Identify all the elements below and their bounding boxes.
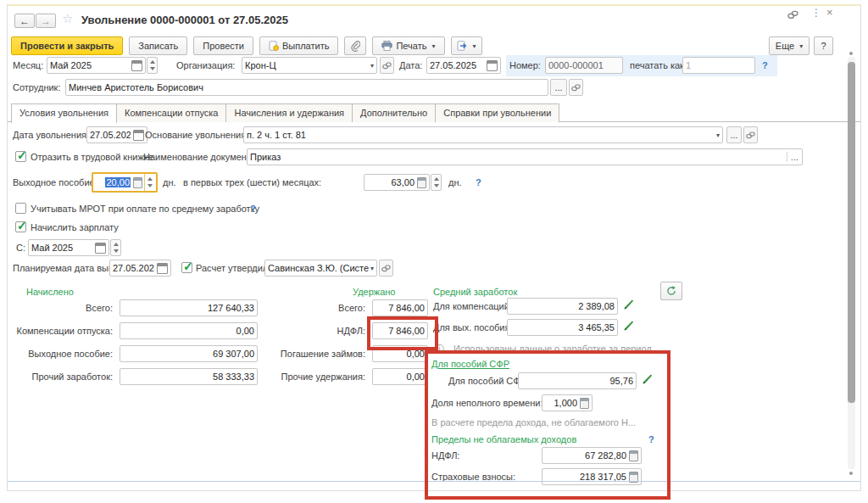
- mrot-help-link[interactable]: ?: [250, 200, 256, 217]
- dismissal-reason-combo[interactable]: п. 2 ч. 1 ст. 81 ▾: [243, 126, 723, 143]
- avg-severance-input[interactable]: 3 465,35: [507, 319, 618, 336]
- month-input[interactable]: Май 2025: [47, 57, 146, 74]
- from-month-input[interactable]: Май 2025: [28, 239, 109, 256]
- post-and-close-button[interactable]: Провести и закрыть: [11, 36, 123, 55]
- chevron-down-icon[interactable]: ▾: [370, 62, 374, 70]
- employee-input[interactable]: Минчев Аристотель Борисович: [65, 79, 548, 96]
- approver-open-link-button[interactable]: [379, 260, 393, 277]
- link-icon: [381, 264, 391, 273]
- post-button[interactable]: Провести: [193, 36, 253, 55]
- tab-dismissal-conditions[interactable]: Условия увольнения: [11, 103, 117, 123]
- calendar-icon[interactable]: [157, 263, 168, 274]
- date-input[interactable]: 27.05.2025: [426, 57, 501, 74]
- calculator-icon[interactable]: [580, 398, 589, 409]
- severance-days-stepper[interactable]: [144, 174, 154, 191]
- scroll-down-arrow[interactable]: [849, 472, 853, 475]
- ellipsis-icon: ...: [730, 130, 737, 140]
- withheld-loans-input[interactable]: 0,00: [372, 345, 428, 362]
- severance-days-value: 20,00: [105, 177, 131, 187]
- calendar-icon[interactable]: [95, 243, 106, 254]
- doc-name-choose-button[interactable]: ...: [787, 152, 802, 162]
- limit-ndfl-input[interactable]: 67 282,80: [542, 447, 642, 464]
- sfr-group-link[interactable]: Для пособий СФР: [431, 355, 509, 372]
- reason-open-link-button[interactable]: [743, 126, 758, 143]
- planned-date-input[interactable]: 27.05.2025: [109, 260, 171, 277]
- withheld-ndfl-input[interactable]: 7 846,00: [372, 322, 428, 339]
- more-button[interactable]: Еще ▾: [769, 36, 810, 55]
- refresh-button[interactable]: [660, 282, 682, 300]
- accrued-total-input[interactable]: 127 640,33: [120, 299, 258, 316]
- organization-combo[interactable]: Крон-Ц ▾: [242, 57, 377, 74]
- accrued-total-value: 127 640,33: [123, 303, 254, 313]
- accrued-other-input[interactable]: 58 333,33: [120, 368, 258, 385]
- tab-dismissal-certificates[interactable]: Справки при увольнении: [435, 103, 559, 122]
- insurance-input[interactable]: 218 317,05: [542, 468, 642, 485]
- chevron-down-icon[interactable]: ▾: [370, 265, 374, 272]
- mrot-checkbox[interactable]: [15, 203, 26, 214]
- organization-open-link-button[interactable]: [380, 57, 394, 74]
- earnings-period-info[interactable]: Использованы данные о заработке за перио…: [453, 340, 659, 357]
- record-in-workbook-checkbox[interactable]: [15, 151, 26, 162]
- back-button[interactable]: ←: [14, 14, 35, 28]
- first-months-stepper[interactable]: [431, 174, 442, 191]
- attachments-button[interactable]: [344, 36, 366, 55]
- withheld-other-input[interactable]: 0,00: [372, 368, 428, 385]
- tab-additional[interactable]: Дополнительно: [352, 103, 436, 122]
- forward-arrow-icon: →: [41, 15, 51, 27]
- approver-combo[interactable]: Савинская З.Ю. (Системный про ▾: [264, 260, 377, 277]
- write-button[interactable]: Записать: [129, 36, 187, 55]
- employee-open-link-button[interactable]: [569, 79, 583, 96]
- accrued-severance-input[interactable]: 69 307,00: [120, 345, 258, 362]
- number-input[interactable]: 0000-000001: [545, 57, 623, 74]
- calculator-icon[interactable]: [133, 177, 142, 188]
- doc-name-input[interactable]: Приказ ...: [247, 148, 803, 165]
- severance-help-link[interactable]: ?: [476, 174, 481, 191]
- avg-compensation-input[interactable]: 2 389,08: [507, 298, 618, 315]
- forward-button[interactable]: →: [36, 14, 56, 28]
- accrued-row-label: Выходное пособие:: [8, 345, 116, 362]
- reason-choose-button[interactable]: ...: [726, 126, 742, 143]
- export-button[interactable]: ▾: [451, 36, 482, 55]
- days-unit-label: дн.: [163, 174, 176, 191]
- month-stepper[interactable]: [147, 57, 158, 74]
- print-as-help-link[interactable]: ?: [762, 57, 768, 74]
- calendar-icon[interactable]: [131, 60, 142, 71]
- print-button[interactable]: Печать ▾: [372, 36, 444, 55]
- pay-label: Выплатить: [282, 41, 329, 51]
- chevron-down-icon[interactable]: ▾: [716, 131, 720, 139]
- pencil-icon[interactable]: [642, 374, 653, 385]
- help-button[interactable]: ?: [814, 36, 833, 55]
- sfr-benefits-input[interactable]: 95,76: [518, 372, 637, 389]
- calculator-icon[interactable]: [417, 177, 426, 188]
- from-month-stepper[interactable]: [110, 239, 121, 256]
- scrollbar-thumb[interactable]: [848, 62, 855, 403]
- from-month-value: Май 2025: [31, 243, 92, 253]
- favorite-star-icon[interactable]: ☆: [62, 11, 73, 26]
- limits-help-link[interactable]: ?: [648, 431, 654, 448]
- print-as-input[interactable]: 1: [682, 57, 755, 74]
- part-time-share-input[interactable]: 1,000: [542, 394, 593, 411]
- severance-days-input[interactable]: 20,00: [92, 172, 158, 193]
- accrue-salary-checkbox[interactable]: [15, 221, 26, 232]
- withheld-total-input[interactable]: 7 846,00: [372, 299, 428, 316]
- calc-approved-checkbox[interactable]: [181, 262, 192, 273]
- pencil-icon[interactable]: [623, 299, 634, 310]
- get-link-icon[interactable]: [787, 9, 798, 20]
- tab-accruals-deductions[interactable]: Начисления и удержания: [225, 103, 353, 122]
- pencil-icon[interactable]: [623, 321, 634, 332]
- calendar-icon[interactable]: [133, 130, 144, 141]
- accrued-vacation-comp-input[interactable]: 0,00: [120, 322, 258, 339]
- pay-button[interactable]: Выплатить: [259, 36, 338, 55]
- dismissal-date-input[interactable]: 27.05.2025: [86, 126, 147, 143]
- window-menu-dots-icon[interactable]: ⋮: [811, 7, 821, 19]
- first-months-days-input[interactable]: 63,00: [364, 174, 430, 191]
- calendar-icon[interactable]: [487, 60, 498, 71]
- calculator-icon[interactable]: [629, 450, 638, 461]
- scroll-up-arrow[interactable]: [849, 52, 853, 55]
- employee-choose-button[interactable]: ...: [550, 79, 567, 96]
- dismissal-reason-value: п. 2 ч. 1 ст. 81: [247, 130, 715, 140]
- tab-vacation-compensation[interactable]: Компенсации отпуска: [116, 103, 226, 122]
- close-icon[interactable]: ×: [826, 6, 833, 19]
- number-value: 0000-000001: [548, 60, 620, 70]
- printer-icon: [381, 41, 392, 51]
